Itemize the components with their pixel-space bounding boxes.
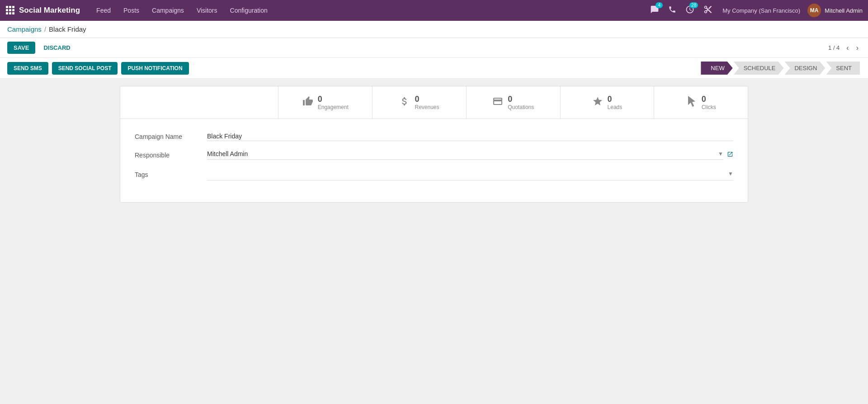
stat-leads[interactable]: 0 Leads bbox=[561, 86, 655, 119]
breadcrumb-current: Black Friday bbox=[49, 25, 86, 33]
top-navigation: Social Marketing Feed Posts Campaigns Vi… bbox=[0, 0, 868, 21]
discard-button[interactable]: DISCARD bbox=[39, 42, 75, 54]
svg-rect-4 bbox=[9, 9, 11, 11]
tags-label: Tags bbox=[135, 171, 207, 178]
svg-rect-3 bbox=[6, 9, 8, 11]
engagement-count: 0 bbox=[318, 95, 349, 104]
revenues-stat: 0 Revenues bbox=[415, 95, 439, 110]
quotations-icon bbox=[492, 96, 503, 109]
revenues-label: Revenues bbox=[415, 104, 439, 110]
svg-rect-7 bbox=[9, 12, 11, 14]
leads-count: 0 bbox=[608, 95, 623, 104]
nav-configuration[interactable]: Configuration bbox=[225, 4, 273, 17]
quotations-label: Quotations bbox=[508, 104, 534, 110]
nav-posts[interactable]: Posts bbox=[118, 4, 145, 17]
engagement-stat: 0 Engagement bbox=[318, 95, 349, 110]
form-body: Campaign Name Responsible Mitchell Admin… bbox=[120, 119, 748, 202]
revenues-icon bbox=[399, 96, 410, 109]
responsible-select-container: Mitchell Admin ▼ bbox=[207, 150, 723, 160]
send-social-post-button[interactable]: SEND SOCIAL POST bbox=[52, 62, 118, 75]
toolbar-actions: SAVE DISCARD bbox=[7, 42, 75, 54]
send-sms-button[interactable]: SEND SMS bbox=[7, 62, 48, 75]
nav-campaigns[interactable]: Campaigns bbox=[146, 4, 189, 17]
action-buttons: SEND SMS SEND SOCIAL POST PUSH NOTIFICAT… bbox=[7, 62, 189, 78]
company-name: My Company (San Francisco) bbox=[722, 7, 800, 14]
leads-icon bbox=[592, 96, 603, 109]
breadcrumb-separator: / bbox=[44, 25, 46, 33]
pager-prev-button[interactable]: ‹ bbox=[844, 43, 851, 53]
record-toolbar: SAVE DISCARD 1 / 4 ‹ › bbox=[0, 38, 868, 58]
tags-input-container[interactable]: ▼ bbox=[207, 169, 733, 181]
avatar[interactable]: MA bbox=[807, 4, 821, 17]
revenues-count: 0 bbox=[415, 95, 439, 104]
quotations-stat: 0 Quotations bbox=[508, 95, 534, 110]
status-step-new[interactable]: NEW bbox=[701, 62, 732, 75]
stat-quotations[interactable]: 0 Quotations bbox=[467, 86, 561, 119]
app-title: Social Marketing bbox=[19, 6, 80, 15]
status-bar: NEW SCHEDULE DESIGN SENT bbox=[701, 62, 861, 75]
pager-info: 1 / 4 bbox=[828, 44, 840, 51]
engagement-label: Engagement bbox=[318, 104, 349, 110]
status-step-sent[interactable]: SENT bbox=[826, 62, 860, 75]
responsible-label: Responsible bbox=[135, 152, 207, 159]
leads-stat: 0 Leads bbox=[608, 95, 623, 110]
user-name: Mitchell Admin bbox=[825, 7, 863, 14]
stat-engagement[interactable]: 0 Engagement bbox=[278, 86, 373, 119]
responsible-external-link-icon[interactable] bbox=[727, 151, 733, 159]
stat-revenues[interactable]: 0 Revenues bbox=[373, 86, 467, 119]
svg-rect-6 bbox=[6, 12, 8, 14]
chat-icon-btn[interactable]: 4 bbox=[647, 3, 662, 18]
svg-rect-1 bbox=[9, 6, 11, 8]
status-step-design[interactable]: DESIGN bbox=[784, 62, 825, 75]
campaign-name-input[interactable] bbox=[207, 132, 733, 141]
pager-next-button[interactable]: › bbox=[854, 43, 861, 53]
svg-rect-5 bbox=[12, 9, 14, 11]
campaign-name-label: Campaign Name bbox=[135, 133, 207, 140]
tags-dropdown-icon: ▼ bbox=[728, 171, 733, 177]
nav-right: 4 28 My Company (San Francisco) MA Mitch… bbox=[647, 3, 863, 18]
clicks-label: Clicks bbox=[702, 104, 716, 110]
leads-label: Leads bbox=[608, 104, 623, 110]
clicks-stat: 0 Clicks bbox=[702, 95, 716, 110]
main-content: 0 Engagement 0 Revenues 0 bbox=[0, 79, 868, 210]
breadcrumb-parent[interactable]: Campaigns bbox=[7, 25, 42, 33]
pager: 1 / 4 ‹ › bbox=[828, 43, 861, 53]
action-bar: SEND SMS SEND SOCIAL POST PUSH NOTIFICAT… bbox=[0, 58, 868, 79]
quotations-count: 0 bbox=[508, 95, 534, 104]
tags-row: Tags ▼ bbox=[135, 169, 733, 181]
form-card: 0 Engagement 0 Revenues 0 bbox=[120, 86, 748, 203]
svg-rect-8 bbox=[12, 12, 14, 14]
grid-icon[interactable] bbox=[5, 5, 14, 16]
clock-badge: 28 bbox=[689, 2, 698, 8]
nav-links: Feed Posts Campaigns Visitors Configurat… bbox=[91, 4, 647, 17]
chat-badge: 4 bbox=[656, 2, 663, 8]
scissors-icon-btn[interactable] bbox=[701, 3, 715, 18]
responsible-dropdown-icon: ▼ bbox=[718, 151, 723, 157]
save-button[interactable]: SAVE bbox=[7, 42, 35, 54]
avatar-initials: MA bbox=[810, 7, 819, 14]
nav-feed[interactable]: Feed bbox=[91, 4, 116, 17]
campaign-name-row: Campaign Name bbox=[135, 132, 733, 141]
push-notification-button[interactable]: PUSH NOTIFICATION bbox=[121, 62, 189, 75]
svg-rect-2 bbox=[12, 6, 14, 8]
status-step-schedule[interactable]: SCHEDULE bbox=[734, 62, 784, 75]
clicks-count: 0 bbox=[702, 95, 716, 104]
engagement-icon bbox=[302, 96, 313, 109]
clock-icon-btn[interactable]: 28 bbox=[683, 3, 697, 18]
clicks-icon bbox=[686, 96, 697, 109]
nav-visitors[interactable]: Visitors bbox=[191, 4, 223, 17]
stat-clicks[interactable]: 0 Clicks bbox=[654, 86, 748, 119]
phone-icon-btn[interactable] bbox=[665, 4, 679, 18]
responsible-select[interactable]: Mitchell Admin bbox=[207, 150, 716, 157]
stats-row: 0 Engagement 0 Revenues 0 bbox=[120, 86, 748, 119]
breadcrumb: Campaigns / Black Friday bbox=[0, 21, 868, 38]
responsible-row: Responsible Mitchell Admin ▼ bbox=[135, 150, 733, 160]
svg-rect-0 bbox=[6, 6, 8, 8]
